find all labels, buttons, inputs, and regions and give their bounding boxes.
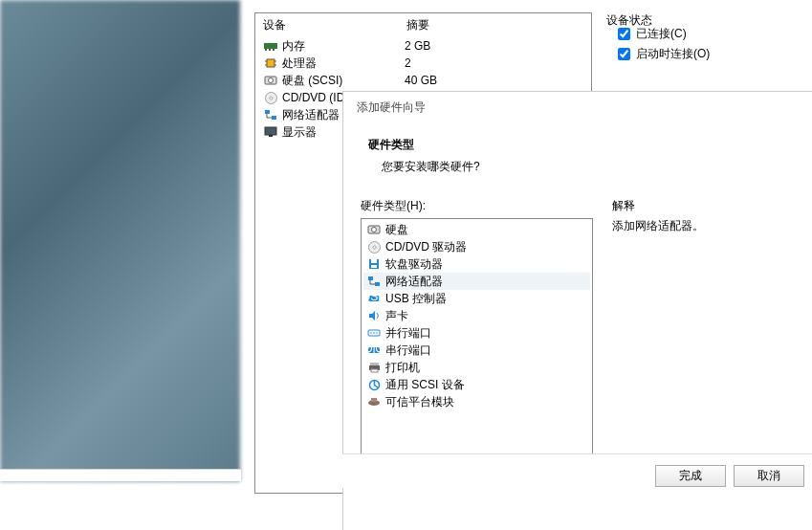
finish-button[interactable]: 完成 (655, 465, 726, 487)
hardware-item-label: 并行端口 (385, 325, 431, 342)
svg-point-12 (270, 97, 273, 99)
hardware-list-item[interactable]: 可信平台模块 (363, 393, 590, 410)
hardware-list-item[interactable]: USBUSB 控制器 (363, 290, 590, 307)
svg-rect-14 (272, 116, 276, 120)
device-value: 2 (405, 56, 583, 70)
hardware-list-item[interactable]: 打印机 (363, 359, 590, 376)
desktop-background (0, 0, 240, 481)
svg-text:0|0: 0|0 (367, 345, 381, 355)
hardware-item-label: 通用 SCSI 设备 (385, 377, 465, 393)
cd-icon (263, 91, 278, 104)
hardware-item-label: 网络适配器 (385, 274, 443, 290)
hardware-item-label: 打印机 (385, 360, 420, 376)
disk-icon (366, 223, 382, 236)
svg-rect-13 (265, 110, 270, 114)
hardware-list-item[interactable]: 并行端口 (363, 324, 590, 342)
svg-rect-4 (267, 59, 274, 67)
svg-point-20 (373, 246, 376, 249)
wizard-heading: 硬件类型 (368, 137, 787, 153)
svg-rect-16 (269, 135, 273, 137)
hardware-list-item[interactable]: 硬盘 (363, 221, 590, 238)
svg-rect-34 (370, 363, 379, 365)
device-label: 处理器 (282, 55, 405, 72)
wizard-window-title: 添加硬件向导 (343, 92, 812, 123)
tpm-icon (366, 395, 382, 409)
device-list-header: 设备 摘要 (255, 13, 591, 37)
connect-on-start-label: 启动时连接(O) (636, 46, 710, 62)
svg-rect-36 (371, 369, 378, 372)
sound-icon (366, 309, 382, 322)
hardware-type-listbox[interactable]: 硬盘CD/DVD 驱动器软盘驱动器网络适配器USBUSB 控制器声卡并行端口0|… (361, 218, 593, 457)
wizard-header: 硬件类型 您要安装哪类硬件? (343, 123, 812, 192)
explain-label: 解释 (612, 198, 795, 214)
hardware-item-label: 串行端口 (385, 342, 431, 359)
hardware-list-item[interactable]: CD/DVD 驱动器 (363, 238, 590, 255)
floppy-icon (366, 257, 382, 271)
device-label: 硬盘 (SCSI) (282, 73, 405, 89)
hardware-item-label: 软盘驱动器 (385, 256, 443, 273)
parallel-icon (366, 326, 382, 340)
hardware-list-item[interactable]: 网络适配器 (363, 273, 590, 290)
svg-point-29 (370, 332, 372, 334)
hardware-list-label: 硬件类型(H): (361, 198, 593, 214)
disk-icon (263, 74, 278, 87)
hardware-item-label: USB 控制器 (385, 291, 447, 307)
svg-rect-0 (264, 43, 277, 49)
memory-icon (263, 39, 278, 53)
wizard-subheading: 您要安装哪类硬件? (382, 159, 787, 175)
hardware-list-item[interactable]: 通用 SCSI 设备 (363, 376, 590, 393)
desktop-divider (0, 469, 241, 481)
header-summary: 摘要 (406, 17, 583, 33)
cpu-icon (263, 56, 278, 70)
device-row[interactable]: 硬盘 (SCSI)40 GB (255, 72, 591, 89)
hardware-list-item[interactable]: 软盘驱动器 (363, 255, 590, 273)
hardware-item-label: 可信平台模块 (385, 394, 454, 410)
svg-rect-2 (269, 49, 271, 51)
display-icon (263, 125, 278, 139)
device-value: 2 GB (405, 39, 583, 53)
svg-text:USB: USB (367, 294, 381, 303)
cancel-button[interactable]: 取消 (734, 465, 804, 487)
connect-on-start-checkbox-row[interactable]: 启动时连接(O) (618, 46, 812, 62)
cd-icon (366, 240, 382, 254)
wizard-button-bar: 完成 取消 (342, 453, 812, 488)
svg-rect-22 (371, 259, 377, 263)
device-status-panel: 设备状态 已连接(C) 启动时连接(O) (606, 12, 812, 99)
svg-rect-15 (265, 127, 276, 135)
device-row[interactable]: 内存2 GB (255, 37, 591, 55)
svg-rect-23 (371, 265, 377, 268)
hardware-item-label: 声卡 (385, 308, 408, 324)
serial-icon: 0|0 (366, 343, 382, 357)
status-title: 设备状态 (606, 12, 652, 29)
svg-rect-3 (273, 49, 274, 51)
device-value: 40 GB (405, 74, 583, 87)
svg-rect-1 (265, 49, 267, 51)
connected-checkbox[interactable] (618, 28, 630, 40)
svg-point-30 (373, 332, 375, 334)
network-icon (263, 108, 278, 121)
device-label: 内存 (282, 38, 405, 55)
network-icon (366, 275, 382, 288)
hardware-list-item[interactable]: 声卡 (363, 307, 590, 324)
device-row[interactable]: 处理器2 (255, 55, 591, 72)
svg-rect-24 (368, 276, 373, 280)
explain-text: 添加网络适配器。 (612, 218, 795, 234)
svg-rect-39 (371, 398, 377, 402)
printer-icon (366, 361, 382, 374)
svg-point-10 (269, 78, 274, 83)
svg-rect-25 (375, 282, 380, 286)
hardware-item-label: CD/DVD 驱动器 (385, 239, 467, 255)
header-device: 设备 (263, 17, 406, 33)
svg-point-31 (376, 332, 378, 334)
connect-on-start-checkbox[interactable] (618, 48, 630, 60)
usb-icon: USB (366, 292, 382, 305)
scsi-icon (366, 378, 382, 391)
svg-point-18 (372, 228, 377, 232)
hardware-item-label: 硬盘 (385, 222, 408, 238)
hardware-list-item[interactable]: 0|0串行端口 (363, 342, 590, 359)
